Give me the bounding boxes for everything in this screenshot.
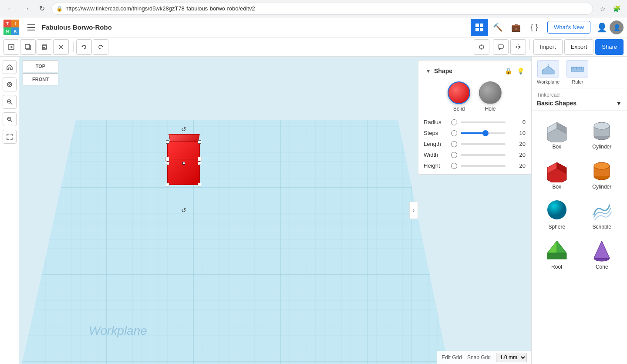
add-user-button[interactable]: 👤 xyxy=(595,20,609,34)
tinkercad-logo: T I N K xyxy=(3,20,19,35)
shape-label-cylinder-gray: Cylinder xyxy=(592,144,611,150)
code-button[interactable]: { } xyxy=(526,19,543,36)
svg-marker-66 xyxy=(547,241,557,253)
bookmark-button[interactable]: ☆ xyxy=(597,3,609,15)
edit-grid-label[interactable]: Edit Grid xyxy=(442,354,462,361)
height-radio[interactable] xyxy=(451,163,457,169)
fit-button[interactable] xyxy=(3,130,17,144)
svg-rect-0 xyxy=(27,24,35,25)
svg-point-55 xyxy=(594,122,610,129)
import-button[interactable]: Import xyxy=(533,39,563,55)
left-toolbar xyxy=(0,57,19,364)
selected-shape[interactable]: ↺ ▲ xyxy=(167,142,200,198)
share-button[interactable]: Share xyxy=(595,39,624,55)
forward-button[interactable]: → xyxy=(20,3,32,15)
radius-control xyxy=(451,119,509,125)
svg-marker-18 xyxy=(81,46,83,47)
separator xyxy=(73,42,74,52)
shape-thumb-roof xyxy=(542,237,572,263)
view-cube-top[interactable]: TOP xyxy=(23,60,58,72)
shape-item-scribble[interactable]: Scribble xyxy=(580,194,624,233)
width-row: Width 20 xyxy=(424,152,526,158)
zoom-out-button[interactable] xyxy=(3,112,17,126)
rotate-handle-top[interactable]: ↺ xyxy=(179,125,188,134)
steps-radio[interactable] xyxy=(451,130,457,136)
hole-option[interactable]: Hole xyxy=(479,81,502,112)
length-control xyxy=(451,141,509,147)
svg-line-34 xyxy=(10,120,12,122)
shapes-library: Workplane Ruler Tinkercad Basic Sh xyxy=(531,57,627,364)
workplane-tool[interactable]: Workplane xyxy=(537,60,560,84)
shape-options: Solid Hole xyxy=(424,81,526,112)
back-button[interactable]: ← xyxy=(4,3,17,15)
handle-tr[interactable] xyxy=(198,140,201,144)
zoom-in-button[interactable] xyxy=(3,95,17,109)
solid-option[interactable]: Solid xyxy=(448,81,470,112)
grid-view-button[interactable] xyxy=(471,19,488,36)
snap-icon-button[interactable] xyxy=(474,39,489,55)
shape-item-roof[interactable]: Roof xyxy=(535,234,579,273)
svg-rect-6 xyxy=(480,28,483,31)
rotate-handle-bottom[interactable]: ↺ xyxy=(179,206,188,215)
rotate-button[interactable] xyxy=(3,78,17,91)
undo-button[interactable] xyxy=(76,39,92,55)
radius-radio[interactable] xyxy=(451,119,457,125)
center-dot xyxy=(182,162,185,165)
extensions-button[interactable]: 🧩 xyxy=(610,3,623,15)
bottom-status: Edit Grid Snap Grid 1.0 mm 0.5 mm 2.0 mm xyxy=(437,351,531,364)
duplicate-button[interactable] xyxy=(37,39,52,55)
width-radio[interactable] xyxy=(451,152,457,158)
shape-label-cylinder-orange: Cylinder xyxy=(592,184,611,190)
shapes-library-dropdown[interactable]: Basic Shapes ▼ xyxy=(537,100,622,107)
mirror-button[interactable] xyxy=(510,39,526,55)
menu-button[interactable] xyxy=(24,20,38,34)
shape-item-cone[interactable]: Cone xyxy=(580,234,624,273)
new-button[interactable] xyxy=(3,39,19,55)
address-bar[interactable]: 🔒 https://www.tinkercad.com/things/d5wk2… xyxy=(51,3,593,15)
home-button[interactable] xyxy=(3,60,17,74)
app-title: Fabulous Borwo-Robo xyxy=(42,24,469,31)
ruler-tool[interactable]: Ruler xyxy=(566,60,588,84)
shape-item-cylinder-orange[interactable]: Cylinder xyxy=(580,154,624,192)
svg-rect-23 xyxy=(498,45,503,48)
shape-item-cylinder-gray[interactable]: Cylinder xyxy=(580,114,624,152)
copy-button[interactable] xyxy=(20,39,36,55)
length-radio[interactable] xyxy=(451,141,457,147)
solid-label: Solid xyxy=(453,106,465,112)
shape-item-sphere[interactable]: Sphere xyxy=(535,194,579,233)
snap-grid-select[interactable]: 1.0 mm 0.5 mm 2.0 mm xyxy=(496,353,527,362)
canvas-area[interactable]: Workplane TOP FRONT ↺ ▲ xyxy=(19,57,531,364)
handle-tl[interactable] xyxy=(166,140,169,144)
refresh-button[interactable]: ↻ xyxy=(36,3,48,15)
secure-icon: 🔒 xyxy=(56,6,63,12)
view-cube-front[interactable]: FRONT xyxy=(23,73,58,85)
lightbulb-icon-button[interactable]: 💡 xyxy=(515,66,526,76)
export-button[interactable]: Export xyxy=(564,39,594,55)
svg-point-63 xyxy=(594,162,610,169)
handle-ml[interactable] xyxy=(166,162,169,165)
handle-br[interactable] xyxy=(198,183,201,186)
panel-collapse-button[interactable]: ▾ xyxy=(424,67,432,75)
briefcase-button[interactable]: 💼 xyxy=(507,19,525,36)
svg-marker-41 xyxy=(542,66,554,74)
height-value: 20 xyxy=(512,162,526,169)
whats-new-button[interactable]: What's New xyxy=(547,21,590,34)
handle-bl[interactable] xyxy=(166,183,169,186)
properties: Radius 0 Steps 10 xyxy=(424,119,526,169)
wrench-button[interactable]: 🔨 xyxy=(489,19,506,36)
shape-thumb-sphere xyxy=(542,197,572,223)
hole-icon xyxy=(479,81,502,104)
import-export-share: Import Export Share xyxy=(474,39,624,55)
delete-button[interactable] xyxy=(53,39,69,55)
handle-mr[interactable] xyxy=(198,162,201,165)
workplane-ruler-tools: Workplane Ruler xyxy=(532,57,627,88)
lock-icon-button[interactable]: 🔒 xyxy=(503,66,513,76)
shape-item-box-red[interactable]: Box xyxy=(535,154,579,192)
speech-bubble-button[interactable] xyxy=(493,39,509,55)
shape-item-box-gray[interactable]: Box xyxy=(535,114,579,152)
shape-thumb-box-gray xyxy=(542,117,572,143)
redo-button[interactable] xyxy=(93,39,108,55)
ruler-tool-label: Ruler xyxy=(572,79,583,84)
panel-chevron-button[interactable]: › xyxy=(409,202,418,219)
edit-toolbar: Import Export Share xyxy=(0,37,627,57)
